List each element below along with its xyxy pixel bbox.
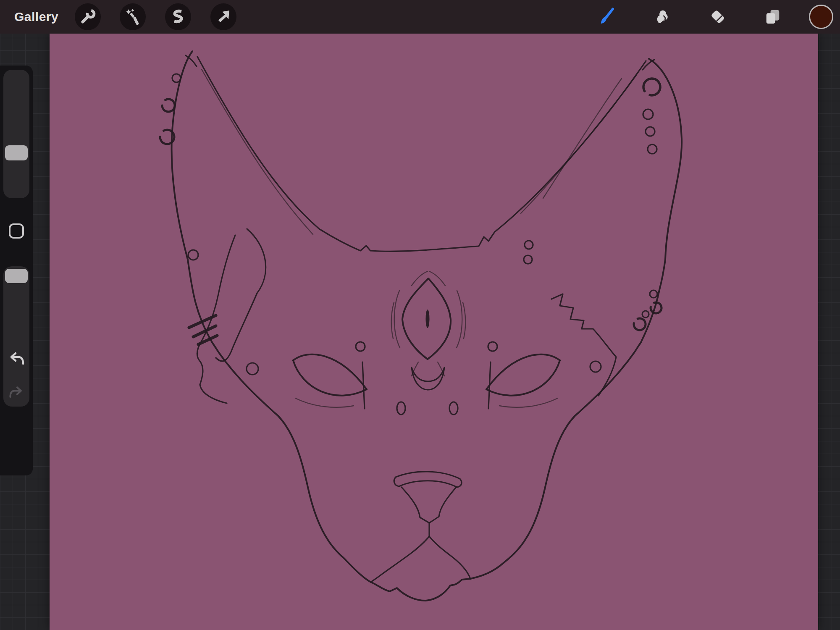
transform-button[interactable] — [210, 3, 236, 30]
layers-icon — [763, 7, 783, 27]
adjustments-button[interactable] — [120, 3, 146, 30]
undo-button[interactable] — [7, 349, 26, 369]
color-swatch-button[interactable] — [809, 5, 833, 29]
eraser-icon — [708, 7, 728, 27]
s-ribbon-icon — [169, 8, 187, 26]
smudge-button[interactable] — [651, 5, 675, 29]
redo-arrow-icon — [8, 384, 25, 401]
gallery-button[interactable]: Gallery — [14, 10, 58, 24]
paintbrush-icon — [598, 7, 618, 27]
top-toolbar: Gallery — [0, 0, 840, 34]
paint-button[interactable] — [596, 5, 620, 29]
drawing-canvas[interactable] — [50, 34, 818, 630]
selection-button[interactable] — [165, 3, 191, 30]
wrench-icon — [79, 8, 97, 26]
brush-sidebar — [0, 66, 33, 475]
undo-arrow-icon — [7, 350, 26, 368]
opacity-slider-handle[interactable] — [5, 269, 28, 283]
modify-button[interactable] — [9, 223, 24, 239]
redo-button[interactable] — [7, 383, 26, 402]
erase-button[interactable] — [706, 5, 730, 29]
arrow-cursor-icon — [214, 8, 233, 26]
actions-button[interactable] — [75, 3, 101, 30]
smudge-finger-icon — [653, 7, 673, 27]
brush-size-slider-handle[interactable] — [5, 145, 28, 160]
brush-size-slider[interactable] — [3, 70, 29, 198]
procreate-app-window: Gallery — [0, 0, 840, 630]
canvas-artwork-sphynx-cat — [50, 34, 818, 630]
layers-button[interactable] — [761, 5, 785, 29]
magic-wand-icon — [123, 8, 142, 26]
